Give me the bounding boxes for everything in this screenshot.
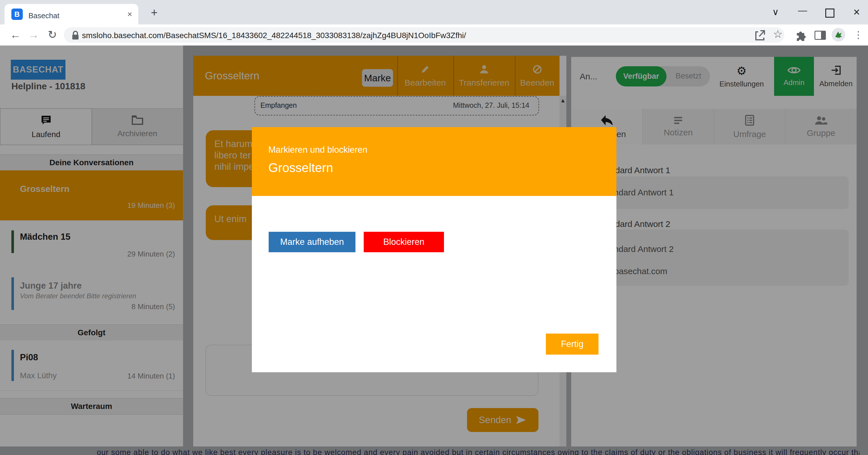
modal-title: Markieren und blockieren	[268, 145, 367, 155]
profile-avatar[interactable]	[832, 28, 845, 41]
lock-icon	[71, 31, 80, 41]
window-minimize-button[interactable]: —	[796, 4, 810, 17]
window-close-button[interactable]: ×	[849, 6, 864, 18]
share-icon[interactable]	[753, 29, 766, 43]
reload-button[interactable]: ↻	[45, 27, 60, 42]
url-text: smsloho.basechat.com/BasechatSMS/16_1843…	[82, 31, 466, 40]
back-button[interactable]: ←	[8, 27, 23, 42]
app-window: B Basechat × + ∨ — × ← → ↻ smsloho.basec…	[0, 0, 868, 455]
new-tab-button[interactable]: +	[148, 6, 160, 19]
tab-close-icon[interactable]: ×	[125, 9, 135, 19]
markieren-blockieren-modal: Markieren und blockieren Grosseltern Mar…	[252, 127, 616, 372]
forward-button[interactable]: →	[26, 27, 41, 42]
tab-title: Basechat	[28, 11, 59, 20]
blockieren-button[interactable]: Blockieren	[364, 232, 444, 252]
modal-subject: Grosseltern	[268, 161, 333, 175]
basechat-favicon: B	[11, 8, 23, 20]
window-maximize-button[interactable]	[825, 8, 834, 18]
side-panel-icon[interactable]	[814, 31, 826, 40]
extensions-icon[interactable]	[795, 29, 807, 43]
marke-aufheben-button[interactable]: Marke aufheben	[269, 232, 355, 252]
fertig-button[interactable]: Fertig	[546, 333, 598, 355]
window-chevron-icon[interactable]: ∨	[768, 6, 783, 18]
bookmark-star-icon[interactable]: ☆	[773, 28, 783, 40]
favicon-letter: B	[14, 10, 20, 19]
browser-tab[interactable]: B Basechat ×	[5, 4, 138, 25]
browser-menu-icon[interactable]: ⋮	[852, 28, 864, 41]
